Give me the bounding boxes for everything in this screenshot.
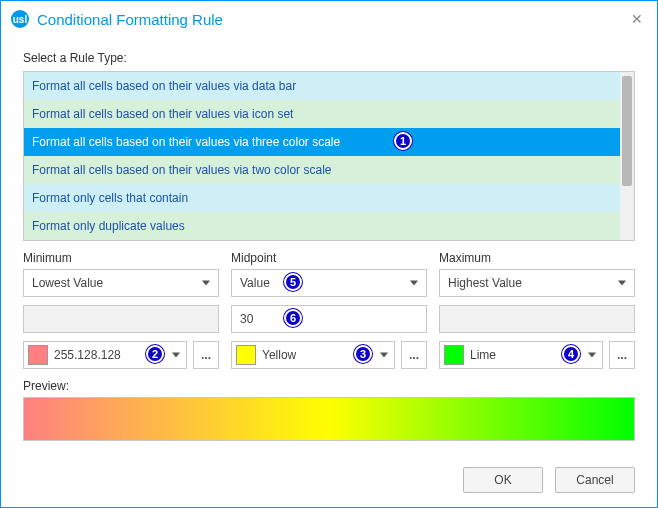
max-type-dropdown[interactable]: Highest Value <box>439 269 635 297</box>
dialog-title: Conditional Formatting Rule <box>37 11 223 28</box>
rule-item-label: Format only duplicate values <box>32 219 185 233</box>
rule-item-data-bar[interactable]: Format all cells based on their values v… <box>24 72 620 100</box>
min-type-dropdown[interactable]: Lowest Value <box>23 269 219 297</box>
max-value-input[interactable] <box>439 305 635 333</box>
titlebar: usl Conditional Formatting Rule ✕ <box>1 1 657 37</box>
max-color-row: Lime 4 ... <box>439 341 635 369</box>
mid-type-value: Value <box>240 276 270 290</box>
min-color-row: 255.128.128 2 ... <box>23 341 219 369</box>
rule-item-label: Format all cells based on their values v… <box>32 107 293 121</box>
min-type-value: Lowest Value <box>32 276 103 290</box>
app-logo: usl <box>11 10 29 28</box>
dialog-root: usl Conditional Formatting Rule ✕ Select… <box>0 0 658 508</box>
rule-list-inner: Format all cells based on their values v… <box>24 72 620 240</box>
rule-item-three-color[interactable]: Format all cells based on their values v… <box>24 128 620 156</box>
chevron-down-icon <box>172 353 180 358</box>
col-minimum: Minimum Lowest Value 255.128.128 2 ... <box>23 251 219 369</box>
chevron-down-icon <box>588 353 596 358</box>
callout-6: 6 <box>284 309 302 327</box>
scrollbar-thumb[interactable] <box>622 76 632 186</box>
rule-item-cells-contain[interactable]: Format only cells that contain <box>24 184 620 212</box>
mid-color-more-button[interactable]: ... <box>401 341 427 369</box>
callout-2: 2 <box>146 345 164 363</box>
rule-item-label: Format all cells based on their values v… <box>32 135 340 149</box>
max-color-more-button[interactable]: ... <box>609 341 635 369</box>
col-midpoint: Midpoint Value 5 30 6 Yellow 3 <box>231 251 427 369</box>
callout-4: 4 <box>562 345 580 363</box>
rule-item-duplicate[interactable]: Format only duplicate values <box>24 212 620 240</box>
min-color-more-button[interactable]: ... <box>193 341 219 369</box>
mid-value-text: 30 <box>240 312 253 326</box>
min-value-input[interactable] <box>23 305 219 333</box>
mid-color-row: Yellow 3 ... <box>231 341 427 369</box>
rule-item-label: Format all cells based on their values v… <box>32 79 296 93</box>
callout-5: 5 <box>284 273 302 291</box>
ok-button[interactable]: OK <box>463 467 543 493</box>
scale-columns: Minimum Lowest Value 255.128.128 2 ... <box>23 251 635 369</box>
rule-item-label: Format all cells based on their values v… <box>32 163 331 177</box>
rule-item-icon-set[interactable]: Format all cells based on their values v… <box>24 100 620 128</box>
rule-item-two-color[interactable]: Format all cells based on their values v… <box>24 156 620 184</box>
gradient-preview <box>23 397 635 441</box>
max-header: Maximum <box>439 251 635 265</box>
mid-header: Midpoint <box>231 251 427 265</box>
min-color-swatch <box>28 345 48 365</box>
min-color-dropdown[interactable]: 255.128.128 2 <box>23 341 187 369</box>
chevron-down-icon <box>618 281 626 286</box>
callout-3: 3 <box>354 345 372 363</box>
mid-color-label: Yellow <box>262 348 296 362</box>
rule-list: Format all cells based on their values v… <box>23 71 635 241</box>
callout-1: 1 <box>394 132 412 150</box>
rule-list-scrollbar[interactable] <box>620 72 634 240</box>
col-maximum: Maximum Highest Value Lime 4 ... <box>439 251 635 369</box>
max-color-dropdown[interactable]: Lime 4 <box>439 341 603 369</box>
rule-item-label: Format only cells that contain <box>32 191 188 205</box>
max-color-swatch <box>444 345 464 365</box>
dialog-body: Select a Rule Type: Format all cells bas… <box>1 37 657 455</box>
chevron-down-icon <box>410 281 418 286</box>
mid-color-swatch <box>236 345 256 365</box>
close-button[interactable]: ✕ <box>627 9 647 29</box>
max-type-value: Highest Value <box>448 276 522 290</box>
mid-color-dropdown[interactable]: Yellow 3 <box>231 341 395 369</box>
min-color-label: 255.128.128 <box>54 348 121 362</box>
preview-label: Preview: <box>23 379 635 393</box>
dialog-footer: OK Cancel <box>463 467 635 493</box>
mid-value-input[interactable]: 30 6 <box>231 305 427 333</box>
mid-type-dropdown[interactable]: Value 5 <box>231 269 427 297</box>
chevron-down-icon <box>202 281 210 286</box>
cancel-button[interactable]: Cancel <box>555 467 635 493</box>
chevron-down-icon <box>380 353 388 358</box>
min-header: Minimum <box>23 251 219 265</box>
rule-type-label: Select a Rule Type: <box>23 51 635 65</box>
max-color-label: Lime <box>470 348 496 362</box>
